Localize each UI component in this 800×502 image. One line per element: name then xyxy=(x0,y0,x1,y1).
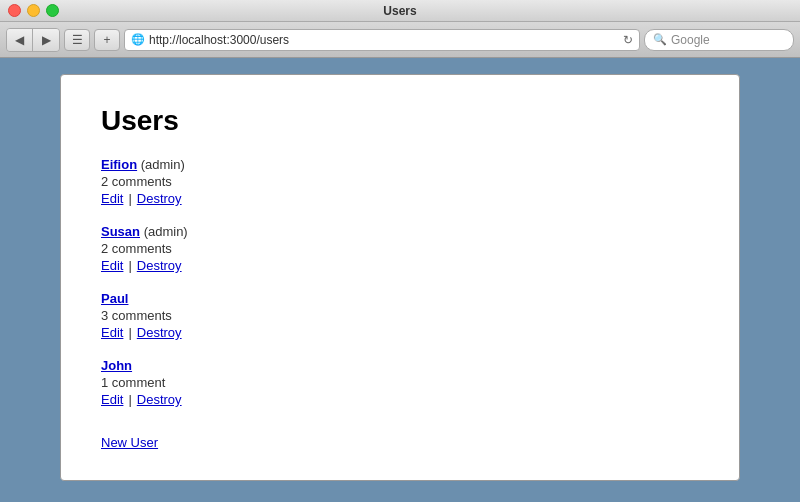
user-actions: Edit|Destroy xyxy=(101,258,699,273)
edit-link[interactable]: Edit xyxy=(101,191,123,206)
action-separator: | xyxy=(128,258,131,273)
user-comments: 3 comments xyxy=(101,308,699,323)
action-separator: | xyxy=(128,191,131,206)
reload-button[interactable]: ↻ xyxy=(623,33,633,47)
back-icon: ◀ xyxy=(15,33,24,47)
user-role: (admin) xyxy=(137,157,185,172)
add-icon: + xyxy=(103,33,110,47)
user-name-link[interactable]: Susan xyxy=(101,224,140,239)
action-separator: | xyxy=(128,325,131,340)
users-list: Eifion (admin)2 commentsEdit|DestroySusa… xyxy=(101,157,699,407)
user-name-link[interactable]: John xyxy=(101,358,132,373)
search-bar[interactable]: 🔍 Google xyxy=(644,29,794,51)
new-user-link[interactable]: New User xyxy=(101,435,158,450)
search-icon: 🔍 xyxy=(653,33,667,46)
browser-content: Users Eifion (admin)2 commentsEdit|Destr… xyxy=(0,58,800,502)
forward-icon: ▶ xyxy=(42,33,51,47)
user-actions: Edit|Destroy xyxy=(101,392,699,407)
destroy-link[interactable]: Destroy xyxy=(137,325,182,340)
title-bar: Users xyxy=(0,0,800,22)
edit-link[interactable]: Edit xyxy=(101,258,123,273)
nav-button-group: ◀ ▶ xyxy=(6,28,60,52)
page-title: Users xyxy=(101,105,699,137)
address-text: http://localhost:3000/users xyxy=(149,33,619,47)
edit-link[interactable]: Edit xyxy=(101,325,123,340)
user-item: Eifion (admin)2 commentsEdit|Destroy xyxy=(101,157,699,206)
add-tab-button[interactable]: + xyxy=(94,29,120,51)
destroy-link[interactable]: Destroy xyxy=(137,258,182,273)
destroy-link[interactable]: Destroy xyxy=(137,191,182,206)
maximize-button[interactable] xyxy=(46,4,59,17)
back-button[interactable]: ◀ xyxy=(7,29,33,51)
user-actions: Edit|Destroy xyxy=(101,325,699,340)
close-button[interactable] xyxy=(8,4,21,17)
user-item: John1 commentEdit|Destroy xyxy=(101,358,699,407)
minimize-button[interactable] xyxy=(27,4,40,17)
search-placeholder: Google xyxy=(671,33,710,47)
user-comments: 2 comments xyxy=(101,174,699,189)
user-role: (admin) xyxy=(140,224,188,239)
user-comments: 1 comment xyxy=(101,375,699,390)
window-controls xyxy=(8,4,59,17)
page-container: Users Eifion (admin)2 commentsEdit|Destr… xyxy=(60,74,740,481)
user-name-link[interactable]: Eifion xyxy=(101,157,137,172)
destroy-link[interactable]: Destroy xyxy=(137,392,182,407)
user-actions: Edit|Destroy xyxy=(101,191,699,206)
user-item: Paul3 commentsEdit|Destroy xyxy=(101,291,699,340)
bookmarks-button[interactable]: ☰ xyxy=(64,29,90,51)
window-title: Users xyxy=(383,4,416,18)
action-separator: | xyxy=(128,392,131,407)
user-comments: 2 comments xyxy=(101,241,699,256)
forward-button[interactable]: ▶ xyxy=(33,29,59,51)
user-item: Susan (admin)2 commentsEdit|Destroy xyxy=(101,224,699,273)
bookmarks-icon: ☰ xyxy=(72,33,83,47)
user-name-link[interactable]: Paul xyxy=(101,291,128,306)
address-bar[interactable]: 🌐 http://localhost:3000/users ↻ xyxy=(124,29,640,51)
toolbar: ◀ ▶ ☰ + 🌐 http://localhost:3000/users ↻ … xyxy=(0,22,800,58)
edit-link[interactable]: Edit xyxy=(101,392,123,407)
globe-icon: 🌐 xyxy=(131,33,145,46)
